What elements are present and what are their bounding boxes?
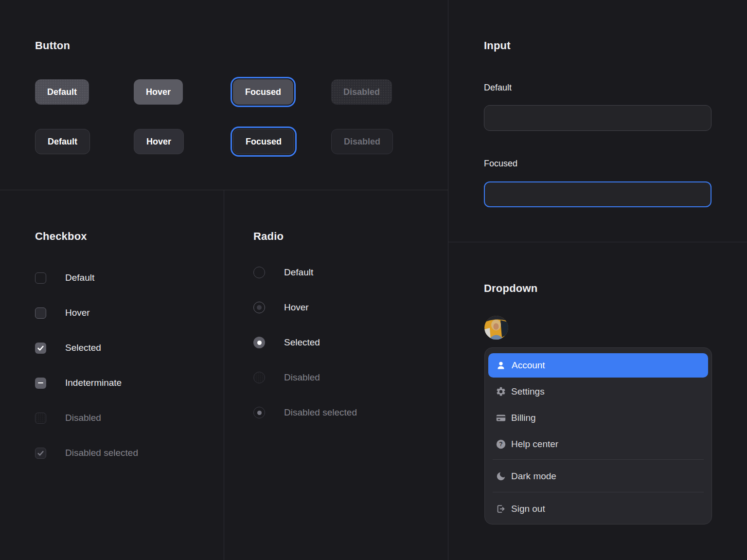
menu-item-label: Help center bbox=[511, 439, 558, 450]
checkbox-row-disabled-selected: Disabled selected bbox=[35, 447, 138, 459]
radio-disabled bbox=[253, 372, 265, 383]
moon-icon bbox=[496, 471, 506, 482]
avatar-image bbox=[484, 316, 508, 340]
checkmark-icon bbox=[37, 450, 44, 457]
radio-default[interactable] bbox=[253, 267, 265, 278]
text-input-focused[interactable] bbox=[484, 181, 711, 207]
button-primary-disabled: Disabled bbox=[331, 79, 392, 105]
radio-disabled-selected bbox=[253, 407, 265, 418]
checkbox-indeterminate[interactable] bbox=[35, 378, 46, 389]
radio-label: Selected bbox=[284, 337, 320, 348]
indeterminate-dash-icon bbox=[38, 382, 43, 384]
checkbox-hover[interactable] bbox=[35, 307, 46, 319]
vertical-divider-checkbox-radio bbox=[224, 190, 224, 560]
checkbox-label: Selected bbox=[65, 343, 101, 353]
user-avatar[interactable] bbox=[484, 316, 508, 340]
checkbox-default[interactable] bbox=[35, 272, 46, 284]
checkbox-label: Default bbox=[65, 272, 94, 283]
user-icon bbox=[496, 360, 506, 371]
checkbox-disabled bbox=[35, 413, 46, 424]
menu-item-sign-out[interactable]: Sign out bbox=[485, 496, 711, 522]
component-showcase: { "colors": { "accent": "#3c7cf4", "page… bbox=[0, 0, 747, 560]
menu-item-label: Sign out bbox=[511, 504, 545, 514]
radio-section-title: Radio bbox=[253, 230, 284, 243]
svg-text:?: ? bbox=[499, 441, 502, 448]
horizontal-divider-right bbox=[448, 242, 747, 242]
radio-row-hover: Hover bbox=[253, 301, 309, 314]
sign-out-icon bbox=[496, 504, 506, 514]
button-primary-focused[interactable]: Focused bbox=[233, 79, 293, 105]
checkbox-row-default: Default bbox=[35, 271, 94, 284]
button-primary-default[interactable]: Default bbox=[35, 79, 89, 105]
radio-dot bbox=[257, 411, 262, 415]
radio-selected[interactable] bbox=[253, 337, 265, 348]
radio-hover[interactable] bbox=[253, 302, 265, 313]
radio-dot bbox=[257, 305, 262, 310]
radio-row-disabled: Disabled bbox=[253, 371, 320, 384]
menu-item-account[interactable]: Account bbox=[488, 353, 708, 378]
checkbox-selected[interactable] bbox=[35, 343, 46, 354]
checkbox-label: Indeterminate bbox=[65, 378, 122, 388]
dropdown-menu: Account Settings Billing ? Help center D… bbox=[484, 347, 712, 524]
input-section-title: Input bbox=[484, 39, 511, 52]
radio-dot bbox=[257, 341, 262, 345]
checkbox-label: Disabled bbox=[65, 413, 101, 423]
radio-label: Disabled selected bbox=[284, 407, 357, 418]
radio-label: Default bbox=[284, 267, 313, 278]
radio-label: Hover bbox=[284, 302, 309, 313]
menu-item-label: Dark mode bbox=[511, 471, 556, 482]
checkbox-label: Hover bbox=[65, 307, 90, 318]
checkbox-row-hover: Hover bbox=[35, 307, 90, 319]
menu-divider bbox=[493, 459, 704, 460]
button-secondary-default[interactable]: Default bbox=[35, 129, 90, 154]
radio-row-selected: Selected bbox=[253, 336, 320, 349]
radio-row-disabled-selected: Disabled selected bbox=[253, 406, 357, 419]
checkmark-icon bbox=[37, 344, 44, 352]
checkbox-disabled-selected bbox=[35, 448, 46, 459]
input-focused-label: Focused bbox=[484, 159, 517, 169]
checkbox-row-disabled: Disabled bbox=[35, 412, 101, 424]
menu-item-label: Settings bbox=[511, 386, 545, 397]
checkbox-row-selected: Selected bbox=[35, 342, 101, 354]
vertical-divider-main bbox=[448, 0, 448, 560]
checkbox-label: Disabled selected bbox=[65, 448, 138, 458]
menu-item-settings[interactable]: Settings bbox=[485, 379, 711, 405]
checkbox-section-title: Checkbox bbox=[35, 230, 87, 243]
menu-item-label: Billing bbox=[511, 413, 536, 423]
button-secondary-focused[interactable]: Focused bbox=[233, 129, 294, 154]
button-secondary-hover[interactable]: Hover bbox=[134, 129, 184, 154]
menu-item-label: Account bbox=[512, 360, 545, 371]
input-default-label: Default bbox=[484, 83, 512, 93]
radio-row-default: Default bbox=[253, 266, 313, 279]
gear-icon bbox=[496, 386, 506, 397]
dropdown-section-title: Dropdown bbox=[484, 282, 537, 295]
menu-item-billing[interactable]: Billing bbox=[485, 405, 711, 431]
credit-card-icon bbox=[496, 413, 506, 423]
checkbox-row-indeterminate: Indeterminate bbox=[35, 377, 122, 389]
text-input-default[interactable] bbox=[484, 105, 711, 131]
help-icon: ? bbox=[496, 439, 506, 450]
menu-item-dark-mode[interactable]: Dark mode bbox=[485, 463, 711, 489]
radio-label: Disabled bbox=[284, 372, 320, 383]
button-secondary-disabled: Disabled bbox=[331, 129, 393, 154]
menu-divider bbox=[493, 492, 704, 492]
menu-item-help-center[interactable]: ? Help center bbox=[485, 431, 711, 457]
button-primary-hover[interactable]: Hover bbox=[134, 79, 183, 105]
button-section-title: Button bbox=[35, 39, 70, 52]
